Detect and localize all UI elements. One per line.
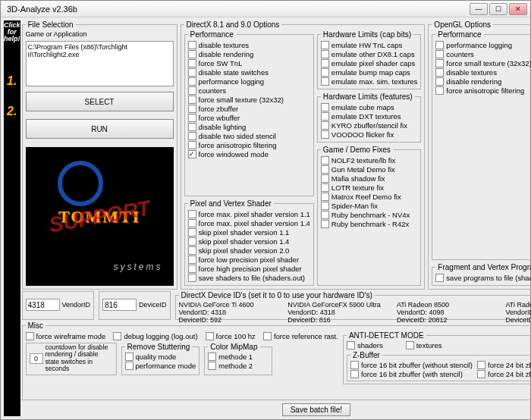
dx-caps-checkbox-3[interactable]: emulate bump map caps — [321, 67, 418, 77]
checkbox-label: save shaders to file (shaders.out) — [199, 274, 305, 282]
ogl-perf-legend: Performance — [435, 30, 483, 39]
mipmap-checkbox-0[interactable]: methode 1 — [208, 352, 269, 361]
dx-perf-checkbox-8[interactable]: force wbuffer — [188, 113, 310, 122]
dx-fixes-checkbox-1[interactable]: Gun Metal Demo fix — [321, 165, 418, 174]
zbuf-checkbox-3[interactable]: force 24 bit zbuffer (with stencil) — [477, 369, 531, 378]
dx-feat-checkbox-3[interactable]: VOODOO flicker fix — [321, 130, 418, 139]
device-preset-3[interactable]: ATi Radeon 9800 ProVendorID: 4098DeviceI… — [506, 301, 531, 324]
zbuf-checkbox-1[interactable]: force 16 bit zbuffer (with stencil) — [350, 369, 473, 378]
dx-fixes-checkbox-0[interactable]: NOLF2 texture/lb fix — [321, 155, 418, 165]
dx-shader-checkbox-0[interactable]: force max. pixel shader version 1.1 — [188, 209, 310, 218]
dx-fixes-checkbox-2[interactable]: Mafia shadow fix — [321, 174, 418, 183]
ogl-perf-checkbox-0[interactable]: performance logging — [435, 40, 531, 49]
dx-shader-checkbox-5[interactable]: force low precision pixel shader — [188, 255, 310, 264]
dx-perf-checkbox-5[interactable]: counters — [188, 86, 310, 95]
misc-top-checkbox-0[interactable]: force wireframe mode — [26, 331, 106, 340]
stutter-legend: Remove Stuttering — [125, 343, 193, 351]
dx-caps-checkbox-1[interactable]: emulate other DX8.1 caps — [321, 49, 418, 58]
checkbox-icon — [435, 50, 444, 58]
dx-shader-checkbox-7[interactable]: save shaders to file (shaders.out) — [188, 273, 310, 282]
device-preset-1[interactable]: NVIDIA GeForceFX 5900 UltraVendorID: 431… — [287, 301, 389, 324]
dx-shader-checkbox-6[interactable]: force high precision pixel shader — [188, 264, 310, 273]
opengl-options-group: OpenGL Options Performance performance l… — [428, 20, 531, 290]
checkbox-label: KYRO zbuffer/stencil fix — [331, 121, 407, 130]
checkbox-icon — [321, 112, 329, 121]
checkbox-label: force 16 bit zbuffer (with stencil) — [361, 370, 463, 378]
logo-support: SUPPORT — [47, 196, 152, 237]
dx-perf-checkbox-3[interactable]: disable state switches — [188, 67, 310, 77]
checkbox-label: performance mode — [136, 362, 196, 370]
file-legend: File Selection — [26, 20, 76, 29]
ogl-legend: OpenGL Options — [432, 20, 493, 29]
dx-perf-checkbox-6[interactable]: force small texture (32x32) — [188, 95, 310, 104]
vendorid-input[interactable] — [26, 299, 60, 311]
checkbox-icon — [321, 211, 329, 219]
checkbox-icon — [350, 370, 359, 378]
zbuf-checkbox-0[interactable]: force 16 bit zbuffer (without stencil) — [350, 360, 473, 369]
dx-feat-checkbox-0[interactable]: emulate cube maps — [321, 102, 418, 111]
select-button[interactable]: SELECT — [26, 92, 174, 111]
checkbox-icon — [188, 59, 196, 67]
help-sidebar[interactable]: Click for help! 1. 2. — [4, 20, 20, 416]
device-preset-0[interactable]: NVIDIA GeForce Ti 4600VendorID: 4318Devi… — [179, 301, 281, 324]
dx-feat-checkbox-1[interactable]: emulate DXT textures — [321, 111, 418, 121]
dx-fixes-checkbox-3[interactable]: LOTR texture fix — [321, 183, 418, 192]
dx-perf-checkbox-10[interactable]: disable two sided stencil — [188, 131, 310, 140]
checkbox-label: disable textures — [199, 41, 250, 49]
ogl-perf-checkbox-3[interactable]: disable textures — [435, 67, 531, 77]
dx-caps-group: Hardware Limits (cap bits) emulate HW Tn… — [317, 30, 422, 89]
ogl-frag-checkbox-0[interactable]: save programs to file (shaders.out) — [435, 273, 531, 282]
zbuf-checkbox-2[interactable]: force 24 bit zbuffer (without stencil) — [477, 360, 531, 369]
misc-top-checkbox-1[interactable]: debug logging (log.out) — [113, 331, 197, 340]
titlebar[interactable]: 3D-Analyze v2.36b — ☐ ✕ — [1, 1, 530, 17]
maximize-button[interactable]: ☐ — [489, 3, 507, 15]
dx-perf-checkbox-9[interactable]: disable lighting — [188, 122, 310, 131]
checkbox-icon — [113, 332, 121, 340]
minimize-button[interactable]: — — [470, 3, 488, 15]
dx-perf-checkbox-11[interactable]: force anisotropic filtering — [188, 140, 310, 149]
dx-shader-checkbox-4[interactable]: skip pixel shader version 2.0 — [188, 246, 310, 255]
dx-perf-checkbox-0[interactable]: disable textures — [188, 40, 310, 49]
mipmap-group: Color MipMap methode 1methode 2 — [204, 343, 272, 375]
stutter-checkbox-0[interactable]: quality mode — [125, 352, 196, 361]
dx-perf-checkbox-7[interactable]: force zbuffer — [188, 104, 310, 113]
mipmap-checkbox-1[interactable]: methode 2 — [208, 361, 269, 370]
file-path-box[interactable]: C:\Program Files (x86)\Torchlight II\Tor… — [26, 41, 174, 86]
checkbox-label: Matrox Reef Demo fix — [331, 193, 401, 201]
dx-perf-checkbox-2[interactable]: force SW TnL — [188, 58, 310, 67]
deviceid-input[interactable] — [102, 299, 137, 311]
checkbox-icon — [263, 332, 272, 340]
checkbox-icon — [347, 341, 355, 349]
dx-caps-checkbox-2[interactable]: emulate pixel shader caps — [321, 58, 418, 67]
dx-fixes-checkbox-7[interactable]: Ruby benchmark - R42x — [321, 219, 418, 228]
ogl-perf-checkbox-1[interactable]: counters — [435, 49, 531, 58]
dx-perf-checkbox-1[interactable]: disable rendering — [188, 49, 310, 58]
checkbox-icon — [188, 237, 196, 246]
misc-top-checkbox-3[interactable]: force reference rast. — [263, 331, 338, 340]
dx-fixes-checkbox-4[interactable]: Matrox Reef Demo fix — [321, 192, 418, 201]
misc-top-checkbox-2[interactable]: force 100 hz — [206, 331, 256, 340]
dx-feat-checkbox-2[interactable]: KYRO zbuffer/stencil fix — [321, 121, 418, 130]
dx-caps-checkbox-0[interactable]: emulate HW TnL caps — [321, 40, 418, 49]
dx-caps-checkbox-4[interactable]: emulate max. sim. textures — [321, 77, 418, 86]
ogl-perf-checkbox-2[interactable]: force small texture (32x32) — [435, 58, 531, 67]
device-preset-2[interactable]: ATi Radeon 8500VendorID: 4098DeviceID: 2… — [397, 301, 498, 324]
anti-checkbox-1[interactable]: textures — [406, 340, 442, 349]
dx-shader-checkbox-2[interactable]: skip pixel shader version 1.1 — [188, 227, 310, 237]
directx-options-group: DirectX 8.1 and 9.0 Options Performance … — [181, 20, 426, 290]
run-button[interactable]: RUN — [26, 119, 174, 139]
ogl-perf-checkbox-5[interactable]: force anisotropic filtering — [435, 86, 531, 95]
countdown-input[interactable] — [30, 353, 43, 364]
ogl-perf-checkbox-4[interactable]: disable rendering — [435, 77, 531, 86]
dx-perf-checkbox-4[interactable]: performance logging — [188, 77, 310, 86]
stutter-checkbox-1[interactable]: performance mode — [125, 361, 196, 370]
dx-shader-checkbox-3[interactable]: skip pixel shader version 1.4 — [188, 237, 310, 246]
dx-fixes-checkbox-6[interactable]: Ruby benchmark - NV4x — [321, 210, 418, 219]
dx-fixes-checkbox-5[interactable]: Spider-Man fix — [321, 201, 418, 210]
checkbox-label: counters — [199, 86, 226, 95]
anti-checkbox-0[interactable]: shaders — [347, 340, 383, 349]
close-button[interactable]: ✕ — [509, 3, 527, 15]
save-batch-button[interactable]: Save batch file! — [282, 403, 350, 416]
dx-perf-checkbox-12[interactable]: ✓force windowed mode — [188, 149, 310, 158]
dx-shader-checkbox-1[interactable]: force max. pixel shader version 1.4 — [188, 218, 310, 227]
